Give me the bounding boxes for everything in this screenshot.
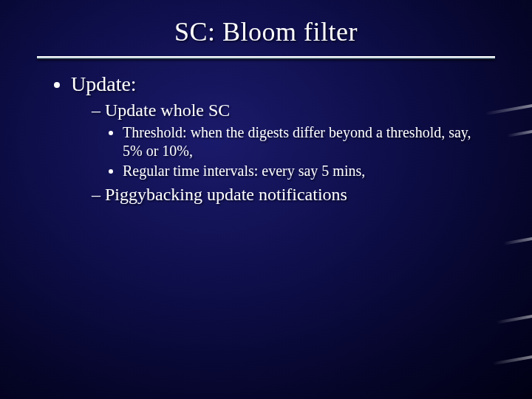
bullet-label: Threshold: when the digests differ beyon… (123, 124, 471, 159)
bullet-label: Update whole SC (105, 100, 230, 120)
list-item: Update whole SC Threshold: when the dige… (92, 100, 488, 180)
bullet-list-level1: Update: Update whole SC Threshold: when … (44, 72, 488, 205)
decor-stroke (503, 236, 532, 245)
list-item: Regular time intervals: every say 5 mins… (123, 162, 488, 180)
slide: SC: Bloom filter Update: Update whole SC… (0, 0, 532, 399)
list-item: Piggybacking update notifications (92, 185, 488, 205)
list-item: Update: Update whole SC Threshold: when … (71, 72, 488, 205)
bullet-list-level2: Update whole SC Threshold: when the dige… (71, 100, 488, 205)
decor-stroke (493, 355, 532, 365)
slide-content: Update: Update whole SC Threshold: when … (0, 59, 532, 205)
list-item: Threshold: when the digests differ beyon… (123, 123, 488, 160)
bullet-label: Piggybacking update notifications (105, 185, 347, 204)
bullet-label: Update: (71, 72, 137, 95)
decor-stroke (496, 314, 532, 324)
bullet-list-level3: Threshold: when the digests differ beyon… (92, 123, 488, 180)
bullet-label: Regular time intervals: every say 5 mins… (123, 163, 365, 179)
slide-title: SC: Bloom filter (0, 0, 532, 53)
